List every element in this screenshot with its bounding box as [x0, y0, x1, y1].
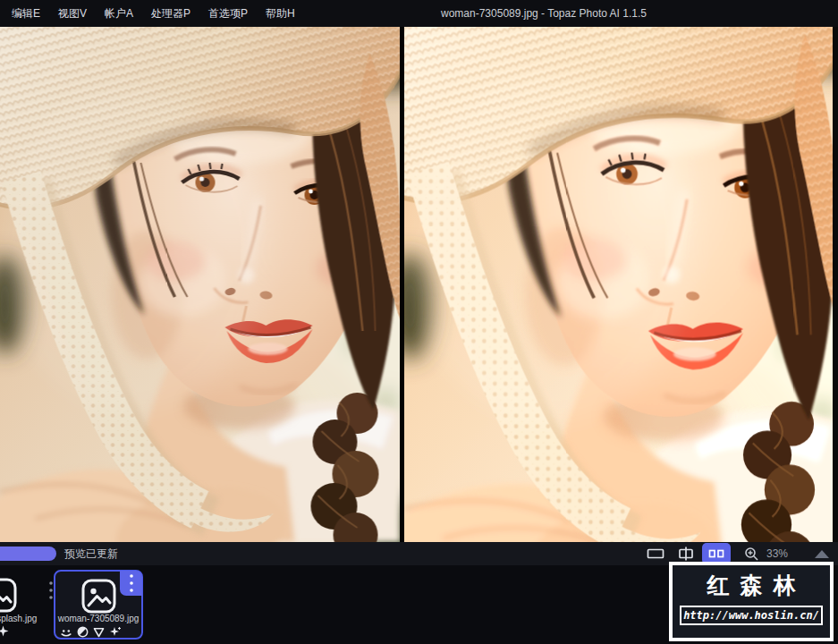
thumbnail-filename: nsplash.jpg [0, 614, 55, 623]
zoom-dropdown-caret-icon[interactable] [815, 550, 829, 558]
before-pane[interactable] [0, 27, 400, 542]
side-by-side-view-icon [707, 547, 725, 561]
thumbnail-woman-7305089[interactable]: woman-7305089.jpg [54, 570, 143, 640]
enhancement-badges [60, 626, 122, 638]
image-viewer [0, 27, 838, 542]
canvas-edge [833, 27, 838, 542]
titlebar: 编辑E 视图V 帐户A 处理器P 首选项P 帮助H woman-7305089.… [0, 0, 838, 27]
remove-noise-icon [77, 626, 89, 638]
zoom-level-value: 33% [766, 547, 788, 560]
menu-item-view[interactable]: 视图V [49, 0, 96, 27]
progress-status-text: 预览已更新 [64, 547, 118, 562]
watermark-title: 红森林 [673, 571, 830, 600]
view-mode-single-button[interactable] [641, 543, 670, 564]
after-pane[interactable] [404, 27, 838, 542]
watermark-url: http://www.hoslin.cn/ [680, 606, 823, 625]
menu-item-edit[interactable]: 编辑E [3, 0, 49, 27]
menu-item-preferences[interactable]: 首选项P [199, 0, 257, 27]
window-title: woman-7305089.jpg - Topaz Photo AI 1.1.5 [441, 0, 647, 27]
thumbnail-nsplash[interactable]: nsplash.jpg [0, 570, 55, 640]
thumbnail-filename: woman-7305089.jpg [55, 614, 141, 623]
watermark-box: 红森林 http://www.hoslin.cn/ [669, 562, 834, 641]
zoom-in-icon [744, 547, 759, 562]
face-recovery-icon [60, 627, 72, 638]
enhance-icon [0, 625, 9, 637]
before-image [0, 27, 400, 542]
enhancement-badges [0, 625, 9, 637]
split-view-icon [677, 546, 695, 562]
enhance-icon [109, 626, 122, 638]
image-placeholder-icon [81, 579, 116, 614]
after-image [404, 27, 838, 542]
single-view-icon [647, 547, 664, 561]
image-placeholder-icon [0, 578, 17, 613]
sharpen-icon [93, 627, 105, 638]
menu-item-processor[interactable]: 处理器P [142, 0, 199, 27]
menu-item-help[interactable]: 帮助H [257, 0, 304, 27]
menu-item-account[interactable]: 帐户A [96, 0, 142, 27]
menubar: 编辑E 视图V 帐户A 处理器P 首选项P 帮助H [0, 0, 838, 27]
kebab-menu-icon [129, 573, 134, 593]
zoom-level-control[interactable]: 33% [744, 547, 788, 562]
progress-bar [0, 547, 56, 561]
thumbnail-menu-button[interactable] [120, 571, 142, 596]
